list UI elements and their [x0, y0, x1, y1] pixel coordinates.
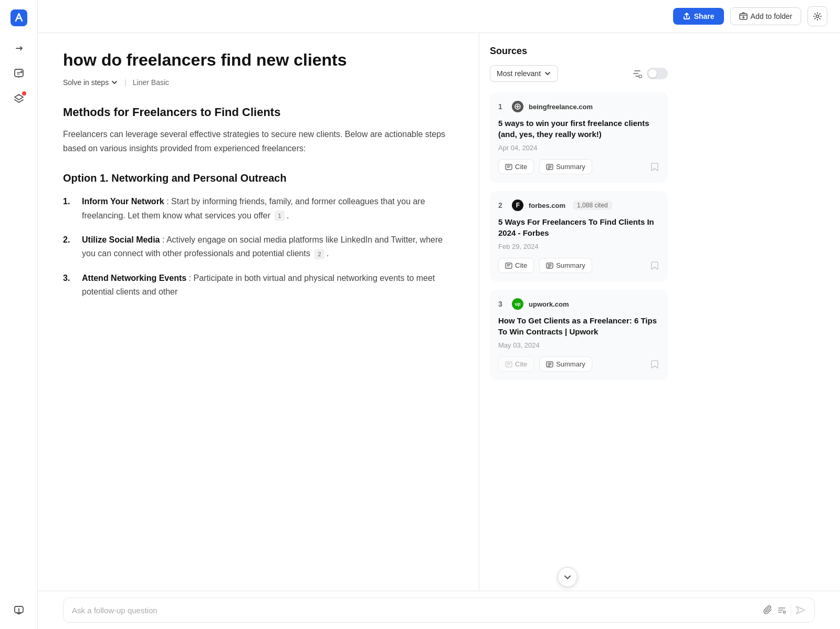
filter-toggle: [632, 68, 668, 79]
plan-label: Liner Basic: [133, 78, 169, 87]
notification-badge: [22, 91, 26, 96]
source-title-1: 5 ways to win your first freelance clien…: [498, 118, 659, 140]
followup-bar: [38, 591, 840, 629]
source-title-2: 5 Ways For Freelancers To Find Clients I…: [498, 216, 659, 238]
list-item: 2. Utilize Social Media : Actively engag…: [63, 233, 454, 261]
list-item-term: Utilize Social Media: [82, 235, 160, 244]
cite-button-1[interactable]: Cite: [498, 159, 534, 174]
main-content: how do freelancers find new clients Solv…: [38, 33, 479, 591]
source-favicon-2: F: [512, 200, 523, 211]
citation-2: 2: [314, 249, 324, 259]
share-label: Share: [694, 12, 715, 20]
main-wrapper: Share Add to folder how do freelancers f…: [38, 0, 840, 629]
source-domain-2: forbes.com: [529, 202, 565, 209]
source-favicon-1: [512, 101, 523, 112]
followup-input[interactable]: [72, 606, 759, 615]
cite-button-3[interactable]: Cite: [498, 357, 534, 372]
citation-1: 1: [275, 211, 284, 221]
topbar: Share Add to folder: [38, 0, 840, 33]
toggle-knob: [648, 69, 657, 78]
page-title: how do freelancers find new clients: [63, 50, 454, 70]
add-to-folder-button[interactable]: Add to folder: [730, 7, 801, 25]
option-heading: Option 1. Networking and Personal Outrea…: [63, 172, 454, 184]
bookmark-button-1[interactable]: [650, 162, 659, 172]
source-date-3: May 03, 2024: [498, 341, 659, 349]
source-actions-2: Cite Summary: [498, 258, 659, 273]
svg-point-4: [816, 15, 819, 18]
settings-button[interactable]: [807, 6, 827, 26]
bookmark-button-2[interactable]: [650, 261, 659, 270]
source-num-2: 2: [498, 201, 507, 209]
section-intro: Freelancers can leverage several effecti…: [63, 128, 454, 155]
followup-divider: [791, 604, 791, 616]
followup-input-wrapper: [63, 597, 815, 623]
expand-sidebar-button[interactable]: [8, 38, 29, 59]
options-button[interactable]: [777, 605, 786, 615]
new-chat-button[interactable]: [8, 63, 29, 84]
section-heading: Methods for Freelancers to Find Clients: [63, 106, 454, 119]
sidebar: [0, 0, 38, 629]
cited-count-2: 1,088 cited: [573, 201, 612, 210]
source-date-2: Feb 29, 2024: [498, 243, 659, 250]
source-actions-1: Cite Summary: [498, 159, 659, 174]
svg-rect-5: [639, 75, 642, 78]
list-item: 1. Inform Your Network : Start by inform…: [63, 195, 454, 223]
source-favicon-3: up: [512, 298, 523, 310]
solve-steps-label: Solve in steps: [63, 78, 109, 87]
feedback-button[interactable]: [8, 600, 29, 621]
add-folder-label: Add to folder: [751, 12, 792, 20]
source-title-3: How To Get Clients as a Freelancer: 6 Ti…: [498, 315, 659, 337]
bookmark-button-3[interactable]: [650, 360, 659, 369]
meta-bar: Solve in steps | Liner Basic: [63, 78, 454, 87]
filter-toggle-switch[interactable]: [647, 68, 668, 79]
source-card-1: 1 beingfreelance.com 5 ways to win your …: [490, 92, 668, 183]
summary-button-1[interactable]: Summary: [539, 159, 592, 174]
cite-button-2[interactable]: Cite: [498, 258, 534, 273]
layers-button[interactable]: [8, 88, 29, 109]
source-num: 1: [498, 102, 507, 111]
source-actions-3: Cite Summary: [498, 357, 659, 372]
send-button[interactable]: [795, 605, 806, 615]
summary-button-2[interactable]: Summary: [539, 258, 592, 273]
solve-in-steps-button[interactable]: Solve in steps: [63, 78, 118, 87]
share-button[interactable]: Share: [673, 8, 724, 25]
source-domain-1: beingfreelance.com: [529, 103, 593, 111]
sources-filter-row: Most relevant: [490, 65, 668, 82]
content-area: how do freelancers find new clients Solv…: [38, 33, 840, 591]
source-domain-3: upwork.com: [529, 300, 569, 308]
sources-panel: Sources Most relevant: [479, 33, 678, 591]
sources-title: Sources: [490, 46, 668, 57]
svg-point-13: [783, 611, 785, 613]
filter-label: Most relevant: [497, 69, 541, 78]
app-logo: [9, 8, 28, 27]
summary-button-3[interactable]: Summary: [539, 357, 592, 372]
list-item-term: Inform Your Network: [82, 197, 164, 206]
meta-divider: |: [124, 78, 127, 87]
list-item-term: Attend Networking Events: [82, 274, 186, 282]
filter-dropdown[interactable]: Most relevant: [490, 65, 558, 82]
attachment-button[interactable]: [763, 605, 773, 615]
list-item: 3. Attend Networking Events : Participat…: [63, 271, 454, 299]
source-card-3: 3 up upwork.com How To Get Clients as a …: [490, 290, 668, 380]
source-card-2: 2 F forbes.com 1,088 cited 5 Ways For Fr…: [490, 191, 668, 281]
content-list: 1. Inform Your Network : Start by inform…: [63, 195, 454, 299]
sidebar-bottom: [8, 600, 29, 621]
source-date-1: Apr 04, 2024: [498, 144, 659, 152]
source-num-3: 3: [498, 300, 507, 308]
